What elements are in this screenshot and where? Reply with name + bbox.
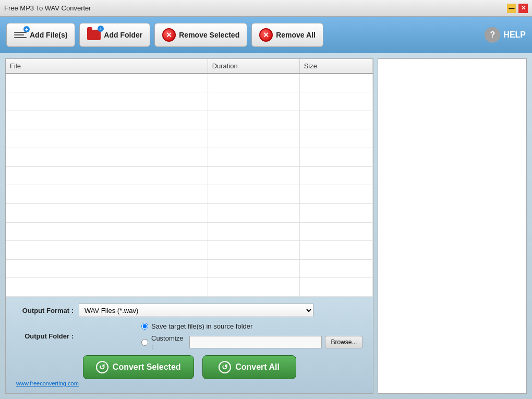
remove-selected-icon: ✕ bbox=[162, 28, 176, 42]
source-folder-option: Save target file(s) in source folder bbox=[141, 322, 362, 330]
table-row bbox=[6, 203, 373, 222]
table-row bbox=[6, 222, 373, 241]
convert-buttons: ↺ Convert Selected ↺ Convert All bbox=[16, 355, 362, 379]
close-button[interactable]: ✕ bbox=[518, 4, 528, 13]
browse-button[interactable]: Browse... bbox=[325, 336, 362, 348]
remove-all-label: Remove All bbox=[276, 31, 316, 39]
toolbar: + Add File(s) + Add Folder ✕ Remove Sele… bbox=[0, 17, 532, 53]
window-controls: — ✕ bbox=[507, 4, 528, 13]
content-area: File Duration Size bbox=[0, 53, 532, 399]
remove-selected-button[interactable]: ✕ Remove Selected bbox=[154, 23, 247, 47]
convert-selected-button[interactable]: ↺ Convert Selected bbox=[83, 355, 194, 379]
output-folder-row: Output Folder : Save target file(s) in s… bbox=[16, 322, 362, 350]
output-folder-label: Output Folder : bbox=[16, 332, 74, 340]
remove-all-button[interactable]: ✕ Remove All bbox=[251, 23, 323, 47]
convert-all-button[interactable]: ↺ Convert All bbox=[202, 355, 296, 379]
app-title: Free MP3 To WAV Converter bbox=[4, 4, 91, 12]
right-panel bbox=[378, 58, 527, 394]
add-files-icon: + bbox=[14, 29, 27, 41]
output-format-label: Output Format : bbox=[16, 307, 74, 315]
customize-path-input[interactable] bbox=[189, 336, 322, 348]
add-files-button[interactable]: + Add File(s) bbox=[6, 23, 75, 47]
folder-options: Save target file(s) in source folder Cus… bbox=[141, 322, 362, 350]
duration-column-header: Duration bbox=[208, 59, 299, 74]
convert-all-label: Convert All bbox=[235, 362, 280, 372]
table-row bbox=[6, 111, 373, 129]
customize-folder-option: Customize : Browse... bbox=[141, 334, 362, 350]
convert-selected-icon: ↺ bbox=[96, 361, 108, 373]
source-folder-radio-label: Save target file(s) in source folder bbox=[151, 322, 252, 330]
output-format-select[interactable]: WAV Files (*.wav) MP3 Files (*.mp3) OGG … bbox=[79, 304, 313, 317]
table-row bbox=[6, 185, 373, 204]
table-row bbox=[6, 166, 373, 185]
add-folder-button[interactable]: + Add Folder bbox=[79, 23, 150, 47]
help-button[interactable]: ? HELP bbox=[485, 23, 526, 47]
minimize-button[interactable]: — bbox=[507, 4, 516, 13]
add-folder-icon: + bbox=[87, 30, 101, 40]
remove-selected-label: Remove Selected bbox=[179, 31, 239, 39]
file-table: File Duration Size bbox=[6, 59, 373, 297]
main-window: + Add File(s) + Add Folder ✕ Remove Sele… bbox=[0, 17, 532, 399]
table-row bbox=[6, 148, 373, 167]
convert-selected-label: Convert Selected bbox=[113, 362, 181, 372]
table-row bbox=[6, 259, 373, 278]
customize-folder-radio[interactable] bbox=[141, 339, 148, 346]
table-row bbox=[6, 129, 373, 148]
table-row bbox=[6, 241, 373, 260]
remove-all-icon: ✕ bbox=[259, 28, 273, 42]
file-table-body bbox=[6, 74, 373, 297]
add-files-label: Add File(s) bbox=[30, 31, 67, 39]
output-format-row: Output Format : WAV Files (*.wav) MP3 Fi… bbox=[16, 304, 362, 317]
table-row bbox=[6, 74, 373, 92]
left-panel: File Duration Size bbox=[5, 58, 373, 394]
add-folder-label: Add Folder bbox=[104, 31, 142, 39]
source-folder-radio[interactable] bbox=[141, 323, 148, 330]
bottom-panel: Output Format : WAV Files (*.wav) MP3 Fi… bbox=[6, 297, 373, 393]
title-bar: Free MP3 To WAV Converter — ✕ bbox=[0, 0, 532, 17]
footer-link[interactable]: www.freeconverting.com bbox=[16, 380, 79, 386]
convert-all-icon: ↺ bbox=[219, 361, 231, 373]
customize-label: Customize : bbox=[151, 334, 186, 350]
size-column-header: Size bbox=[299, 59, 373, 74]
table-row bbox=[6, 278, 373, 297]
table-row bbox=[6, 92, 373, 111]
file-column-header: File bbox=[6, 59, 208, 74]
help-label: HELP bbox=[503, 30, 526, 40]
help-icon: ? bbox=[485, 27, 500, 43]
